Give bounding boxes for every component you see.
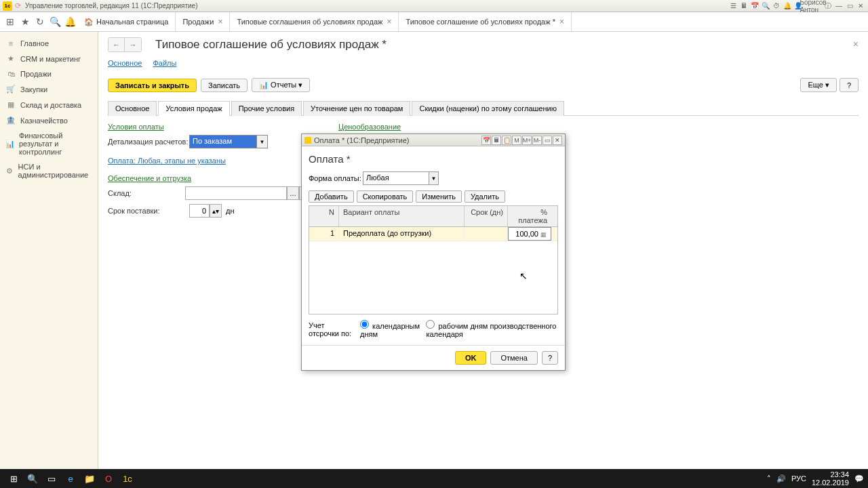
col-term[interactable]: Срок (дн)	[465, 206, 508, 226]
itab-discounts[interactable]: Скидки (наценки) по этому соглашению	[412, 101, 564, 116]
cell-pct[interactable]: 100,00 ▦	[508, 227, 551, 241]
tab-sales[interactable]: Продажи×	[176, 12, 230, 31]
toolbar-icon[interactable]: 🔔	[783, 1, 792, 11]
close-icon[interactable]: ✕	[553, 136, 562, 145]
close-icon[interactable]: ×	[387, 17, 391, 26]
m-minus-button[interactable]: M-	[532, 136, 542, 145]
col-variant[interactable]: Вариант оплаты	[339, 206, 465, 226]
minimize-icon[interactable]: —	[834, 1, 844, 11]
ok-button[interactable]: OK	[455, 351, 487, 365]
radio-calendar-input[interactable]	[360, 320, 369, 329]
info-icon[interactable]: ⓘ	[823, 1, 833, 11]
taskview-icon[interactable]: ▭	[42, 470, 61, 487]
col-n[interactable]: N	[309, 206, 339, 226]
close-icon[interactable]: ×	[218, 17, 222, 26]
toolbar-icon[interactable]: 🖩	[739, 1, 749, 11]
start-button[interactable]: ⊞	[4, 470, 23, 487]
calc-icon[interactable]: 🖩	[492, 136, 501, 145]
warehouse-input[interactable]	[185, 186, 287, 200]
search-icon[interactable]: 🔍	[47, 14, 62, 29]
itab-prices[interactable]: Уточнение цен по товарам	[303, 101, 410, 116]
dialog-titlebar[interactable]: Оплата * (1С:Предприятие) 📅 🖩 📋 M M+ M- …	[302, 134, 565, 146]
back-button[interactable]: ←	[108, 38, 125, 52]
sidebar-item-main[interactable]: ≡Главное	[0, 36, 98, 51]
apps-icon[interactable]: ⊞	[3, 14, 18, 29]
m-button[interactable]: M	[512, 136, 521, 145]
sidebar-item-admin[interactable]: ⚙НСИ и администрирование	[0, 159, 98, 182]
forward-button[interactable]: →	[125, 38, 141, 52]
calc-icon[interactable]: 📋	[502, 136, 511, 145]
inner-tabs: Основное Условия продаж Прочие условия У…	[108, 100, 859, 116]
itab-main[interactable]: Основное	[108, 101, 157, 116]
toolbar-icon[interactable]: ☰	[728, 1, 738, 11]
chevron-down-icon[interactable]: ▼	[256, 136, 267, 148]
spinner-button[interactable]: ▴▾	[210, 204, 222, 218]
radio-calendar[interactable]: календарным дням	[360, 320, 422, 338]
more-button[interactable]: Еще ▾	[800, 78, 836, 92]
tab-agreement-edit[interactable]: Типовое соглашение об условиях продаж *×	[399, 12, 572, 31]
cancel-button[interactable]: Отмена	[490, 351, 537, 365]
itab-other[interactable]: Прочие условия	[231, 101, 302, 116]
table-row[interactable]: 1 Предоплата (до отгрузки) 100,00 ▦	[309, 227, 557, 241]
clock[interactable]: 23:34 12.02.2019	[812, 470, 849, 487]
page-close-icon[interactable]: ×	[853, 39, 859, 49]
radio-workdays-input[interactable]	[426, 320, 435, 329]
app-icon[interactable]: 1c	[118, 470, 137, 487]
edit-button[interactable]: Изменить	[416, 190, 462, 203]
star-icon[interactable]: ★	[18, 14, 33, 29]
close-icon[interactable]: ×	[559, 17, 564, 26]
subnav-main[interactable]: Основное	[108, 59, 142, 70]
calc-icon[interactable]: 📅	[481, 136, 491, 145]
delete-button[interactable]: Удалить	[465, 190, 505, 203]
add-button[interactable]: Добавить	[309, 190, 354, 203]
payment-form-select[interactable]: Любая ▼	[363, 171, 439, 185]
sidebar-item-treasury[interactable]: 🏦Казначейство	[0, 113, 98, 128]
edge-icon[interactable]: e	[61, 470, 80, 487]
subnav-files[interactable]: Файлы	[153, 59, 176, 70]
warehouse-ellipsis[interactable]: …	[287, 186, 299, 200]
search-icon[interactable]: 🔍	[23, 470, 42, 487]
sidebar-item-sales[interactable]: 🛍Продажи	[0, 66, 98, 81]
toolbar-icon[interactable]: 📅	[750, 1, 760, 11]
opera-icon[interactable]: O	[99, 470, 118, 487]
itab-sales-terms[interactable]: Условия продаж	[158, 101, 229, 116]
radio-workdays[interactable]: рабочим дням производственного календаря	[426, 320, 558, 338]
col-pct[interactable]: % платежа	[508, 206, 551, 226]
reports-button[interactable]: 📊 Отчеты ▾	[252, 78, 310, 92]
copy-button[interactable]: Скопировать	[357, 190, 414, 203]
delivery-input[interactable]	[189, 204, 210, 218]
help-button[interactable]: ?	[542, 351, 558, 365]
sidebar-item-warehouse[interactable]: ▦Склад и доставка	[0, 97, 98, 113]
history-icon[interactable]: ↻	[33, 14, 47, 29]
m-plus-button[interactable]: M+	[522, 136, 532, 145]
toolbar-icon[interactable]: 🔍	[761, 1, 770, 11]
cell-variant[interactable]: Предоплата (до отгрузки)	[339, 227, 465, 241]
volume-icon[interactable]: 🔊	[776, 474, 786, 483]
page-title: Типовое соглашение об условиях продаж *	[155, 38, 387, 52]
sidebar-item-finance[interactable]: 📊Финансовый результат и контроллинг	[0, 128, 98, 159]
detail-dropdown[interactable]: По заказам ▼	[189, 135, 268, 148]
maximize-icon[interactable]: ▭	[845, 1, 854, 11]
nav-arrows: ← →	[108, 37, 142, 52]
deferral-radio-group: Учет отсрочки по: календарным дням рабоч…	[309, 320, 558, 338]
grid-body[interactable]: 1 Предоплата (до отгрузки) 100,00 ▦	[309, 227, 557, 314]
save-close-button[interactable]: Записать и закрыть	[108, 79, 197, 92]
explorer-icon[interactable]: 📁	[80, 470, 99, 487]
maximize-icon[interactable]: ▭	[542, 136, 552, 145]
sidebar-item-purchases[interactable]: 🛒Закупки	[0, 81, 98, 97]
sidebar-item-crm[interactable]: ★CRM и маркетинг	[0, 51, 98, 66]
close-icon[interactable]: ✕	[856, 1, 865, 11]
help-button[interactable]: ?	[840, 78, 859, 92]
notifications-icon[interactable]: 💬	[854, 474, 864, 483]
lang-indicator[interactable]: РУС	[791, 474, 806, 483]
save-button[interactable]: Записать	[201, 79, 248, 92]
chevron-down-icon[interactable]: ▼	[429, 172, 438, 184]
toolbar-icon[interactable]: ⏱	[772, 1, 781, 11]
calc-icon[interactable]: ▦	[540, 231, 547, 238]
tab-agreements-list[interactable]: Типовые соглашения об условиях продаж×	[230, 12, 399, 31]
tray-chevron-icon[interactable]: ˄	[767, 474, 771, 483]
home-link[interactable]: 🏠Начальная страница	[77, 12, 176, 31]
cell-term[interactable]	[465, 227, 508, 241]
payment-link[interactable]: Оплата: Любая, этапы не указаны	[108, 157, 226, 165]
bell-icon[interactable]: 🔔	[62, 14, 77, 29]
